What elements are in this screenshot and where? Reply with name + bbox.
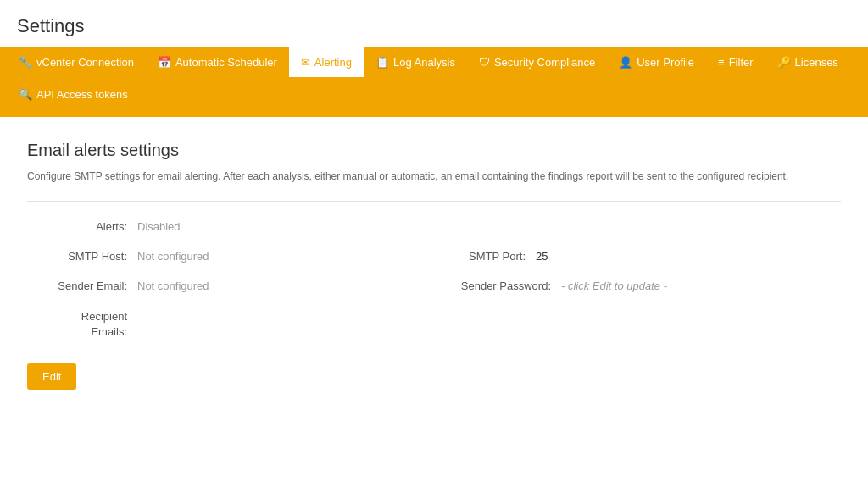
nav-label-scheduler: Automatic Scheduler	[175, 56, 277, 69]
nav-label-vcenter: vCenter Connection	[36, 56, 134, 69]
nav-label-security: Security Compliance	[494, 56, 595, 69]
nav-label-alerting: Alerting	[314, 56, 352, 69]
userprofile-icon: 👤	[619, 56, 632, 69]
licenses-icon: 🔑	[777, 56, 791, 69]
alerts-value: Disabled	[137, 219, 181, 233]
edit-button[interactable]: Edit	[27, 363, 76, 390]
nav-label-licenses: Licenses	[795, 56, 838, 69]
sender-email-value: Not configured	[137, 278, 209, 292]
section-desc: Configure SMTP settings for email alerti…	[27, 169, 841, 184]
apitokens-icon: 🔍	[19, 88, 32, 101]
nav-item-apitokens[interactable]: 🔍 API Access tokens	[7, 80, 140, 112]
smtp-host-field: SMTP Host: Not configured	[27, 248, 434, 263]
nav-item-vcenter[interactable]: 🔧 vCenter Connection	[7, 47, 146, 80]
alerting-icon: ✉	[301, 56, 310, 69]
sender-email-field: Sender Email: Not configured	[27, 278, 434, 292]
nav-label-filter: Filter	[729, 56, 754, 69]
alerts-label: Alerts:	[27, 219, 137, 233]
sender-password-label: Sender Password:	[434, 278, 561, 292]
alerts-field: Alerts: Disabled	[27, 219, 434, 233]
scheduler-icon: 📅	[158, 56, 171, 69]
recipient-emails-row: RecipientEmails:	[27, 307, 841, 340]
recipient-emails-label: RecipientEmails:	[27, 307, 137, 340]
sender-email-row: Sender Email: Not configured Sender Pass…	[27, 278, 841, 292]
nav-bar: 🔧 vCenter Connection 📅 Automatic Schedul…	[0, 47, 868, 80]
sender-email-label: Sender Email:	[27, 278, 137, 292]
recipient-emails-field: RecipientEmails:	[27, 307, 434, 340]
nav-label-apitokens: API Access tokens	[36, 88, 128, 101]
nav-item-scheduler[interactable]: 📅 Automatic Scheduler	[146, 47, 289, 80]
smtp-port-label: SMTP Port:	[434, 248, 536, 263]
smtp-host-value: Not configured	[137, 248, 209, 263]
security-icon: 🛡	[479, 56, 490, 69]
vcenter-icon: 🔧	[19, 56, 32, 69]
nav-item-userprofile[interactable]: 👤 User Profile	[607, 47, 706, 80]
smtp-port-field: SMTP Port: 25	[434, 248, 841, 263]
loganalysis-icon: 📋	[376, 56, 389, 69]
nav-item-loganalysis[interactable]: 📋 Log Analysis	[364, 47, 467, 80]
smtp-port-value: 25	[536, 248, 548, 263]
sender-password-field: Sender Password: - click Edit to update …	[434, 278, 841, 292]
nav-item-licenses[interactable]: 🔑 Licenses	[765, 47, 850, 80]
nav-item-security[interactable]: 🛡 Security Compliance	[467, 47, 607, 80]
smtp-host-label: SMTP Host:	[27, 248, 137, 263]
nav-bar-row2: 🔍 API Access tokens	[0, 80, 868, 117]
nav-label-userprofile: User Profile	[637, 56, 694, 69]
smtp-host-row: SMTP Host: Not configured SMTP Port: 25	[27, 248, 841, 263]
nav-item-alerting[interactable]: ✉ Alerting	[289, 47, 364, 80]
nav-label-loganalysis: Log Analysis	[393, 56, 455, 69]
page-title: Settings	[0, 0, 868, 47]
alerts-row: Alerts: Disabled	[27, 219, 841, 233]
filter-icon: ≡	[718, 56, 725, 69]
section-title: Email alerts settings	[27, 141, 841, 160]
divider	[27, 201, 841, 202]
nav-item-filter[interactable]: ≡ Filter	[706, 47, 765, 80]
content-area: Email alerts settings Configure SMTP set…	[0, 117, 868, 413]
sender-password-value: - click Edit to update -	[561, 278, 667, 292]
